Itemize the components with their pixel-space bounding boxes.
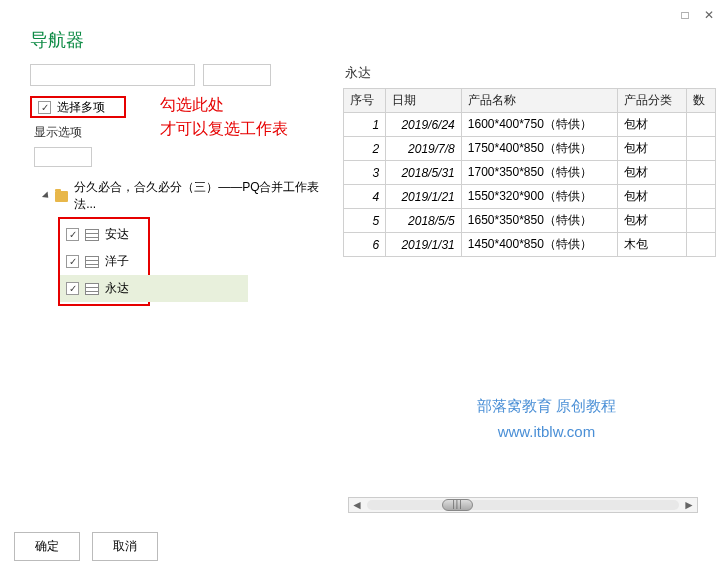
tree-item-yongda[interactable]: 永达 [60, 275, 248, 302]
cell: 2019/1/31 [386, 233, 462, 257]
sheet-label: 安达 [105, 226, 129, 243]
cell: 包材 [617, 161, 687, 185]
cell: 2019/1/21 [386, 185, 462, 209]
tree-children: 安达 洋子 永达 [58, 217, 150, 306]
cell: 3 [344, 161, 386, 185]
col-product[interactable]: 产品名称 [461, 89, 617, 113]
table-row[interactable]: 62019/1/311450*400*850（特供）木包 [344, 233, 716, 257]
table-row[interactable]: 32018/5/311700*350*850（特供）包材 [344, 161, 716, 185]
table-header-row: 序号 日期 产品名称 产品分类 数 [344, 89, 716, 113]
search-aux-input[interactable] [203, 64, 271, 86]
watermark-line1: 部落窝教育 原创教程 [477, 393, 616, 419]
cell [687, 185, 716, 209]
maximize-icon[interactable]: □ [678, 8, 692, 22]
col-date[interactable]: 日期 [386, 89, 462, 113]
table-row[interactable]: 22019/7/81750*400*850（特供）包材 [344, 137, 716, 161]
tree-root[interactable]: 分久必合，合久必分（三）——PQ合并工作表法... [30, 177, 325, 215]
cell: 包材 [617, 185, 687, 209]
cell: 6 [344, 233, 386, 257]
cell: 1750*400*850（特供） [461, 137, 617, 161]
table-row[interactable]: 12019/6/241600*400*750（特供）包材 [344, 113, 716, 137]
sheet-icon [85, 256, 99, 268]
cell: 2 [344, 137, 386, 161]
cell: 2018/5/31 [386, 161, 462, 185]
search-input[interactable] [30, 64, 195, 86]
scroll-left-icon[interactable]: ◄ [349, 498, 365, 512]
dialog-footer: 确定 取消 [14, 532, 158, 561]
preview-table: 序号 日期 产品名称 产品分类 数 12019/6/241600*400*750… [343, 88, 716, 257]
cell: 包材 [617, 209, 687, 233]
navigator-tree: 分久必合，合久必分（三）——PQ合并工作表法... 安达 洋子 永达 [30, 177, 325, 306]
cell: 1 [344, 113, 386, 137]
sheet-label: 洋子 [105, 253, 129, 270]
col-seq[interactable]: 序号 [344, 89, 386, 113]
cell: 4 [344, 185, 386, 209]
dialog-title: 导航器 [0, 0, 726, 58]
sheet-icon [85, 229, 99, 241]
sheet-checkbox[interactable] [66, 282, 79, 295]
cell: 2019/6/24 [386, 113, 462, 137]
cell: 1450*400*850（特供） [461, 233, 617, 257]
scroll-track[interactable] [367, 500, 679, 510]
multi-select-checkbox-row[interactable]: 选择多项 [30, 96, 126, 118]
cell: 1650*350*850（特供） [461, 209, 617, 233]
cell: 包材 [617, 113, 687, 137]
table-row[interactable]: 52018/5/51650*350*850（特供）包材 [344, 209, 716, 233]
cell: 2019/7/8 [386, 137, 462, 161]
cell: 1700*350*850（特供） [461, 161, 617, 185]
annotation-line2: 才可以复选工作表 [160, 117, 288, 141]
sheet-label: 永达 [105, 280, 129, 297]
scroll-thumb[interactable] [442, 499, 473, 511]
tree-item-anda[interactable]: 安达 [60, 221, 148, 248]
window-controls: □ ✕ [678, 8, 716, 22]
multi-select-checkbox[interactable] [38, 101, 51, 114]
cell: 1600*400*750（特供） [461, 113, 617, 137]
sheet-checkbox[interactable] [66, 255, 79, 268]
annotation-line1: 勾选此处 [160, 93, 288, 117]
watermark: 部落窝教育 原创教程 www.itblw.com [477, 393, 616, 445]
cancel-button[interactable]: 取消 [92, 532, 158, 561]
close-icon[interactable]: ✕ [702, 8, 716, 22]
sheet-checkbox[interactable] [66, 228, 79, 241]
multi-select-label: 选择多项 [57, 99, 105, 116]
cell [687, 113, 716, 137]
watermark-line2: www.itblw.com [477, 419, 616, 445]
preview-title: 永达 [343, 58, 716, 88]
cell [687, 233, 716, 257]
expand-icon[interactable] [42, 191, 51, 200]
cell [687, 209, 716, 233]
sheet-icon [85, 283, 99, 295]
scroll-right-icon[interactable]: ► [681, 498, 697, 512]
horizontal-scrollbar[interactable]: ◄ ► [348, 497, 698, 513]
folder-icon [55, 191, 68, 202]
col-category[interactable]: 产品分类 [617, 89, 687, 113]
table-row[interactable]: 42019/1/211550*320*900（特供）包材 [344, 185, 716, 209]
cell: 2018/5/5 [386, 209, 462, 233]
cell: 包材 [617, 137, 687, 161]
display-options-input[interactable] [34, 147, 92, 167]
tree-item-yangzi[interactable]: 洋子 [60, 248, 148, 275]
tree-root-label: 分久必合，合久必分（三）——PQ合并工作表法... [74, 179, 325, 213]
navigator-left-pane: 选择多项 显示选项 勾选此处 才可以复选工作表 分久必合，合久必分（三）——PQ… [30, 58, 335, 498]
cell: 1550*320*900（特供） [461, 185, 617, 209]
cell [687, 161, 716, 185]
cell [687, 137, 716, 161]
ok-button[interactable]: 确定 [14, 532, 80, 561]
cell: 木包 [617, 233, 687, 257]
annotation-text: 勾选此处 才可以复选工作表 [160, 93, 288, 141]
col-qty[interactable]: 数 [687, 89, 716, 113]
cell: 5 [344, 209, 386, 233]
